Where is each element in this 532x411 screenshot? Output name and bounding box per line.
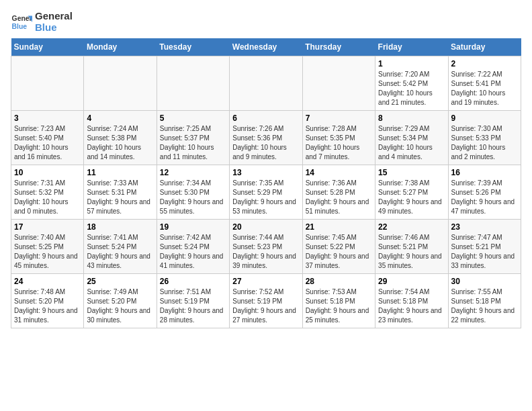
calendar-day [230,56,302,111]
day-info: Sunrise: 7:31 AM Sunset: 5:32 PM Dayligh… [14,179,81,216]
logo-icon: General Blue [11,11,32,33]
calendar-week-row: 1Sunrise: 7:20 AM Sunset: 5:42 PM Daylig… [11,56,521,111]
day-info: Sunrise: 7:42 AM Sunset: 5:24 PM Dayligh… [160,233,226,271]
calendar-day: 9Sunrise: 7:30 AM Sunset: 5:33 PM Daylig… [448,111,521,165]
day-number: 3 [14,113,81,123]
calendar-day: 29Sunrise: 7:54 AM Sunset: 5:18 PM Dayli… [375,274,448,328]
day-number: 25 [87,277,153,286]
logo: General Blue General Blue [11,11,73,33]
day-number: 8 [378,113,445,123]
calendar-day: 25Sunrise: 7:49 AM Sunset: 5:20 PM Dayli… [84,274,157,328]
calendar-header-row: SundayMondayTuesdayWednesdayThursdayFrid… [11,38,521,56]
day-info: Sunrise: 7:20 AM Sunset: 5:42 PM Dayligh… [378,70,445,107]
day-info: Sunrise: 7:45 AM Sunset: 5:22 PM Dayligh… [306,233,372,271]
calendar-day: 22Sunrise: 7:46 AM Sunset: 5:21 PM Dayli… [375,220,448,274]
calendar-week-row: 24Sunrise: 7:48 AM Sunset: 5:20 PM Dayli… [11,274,521,328]
day-info: Sunrise: 7:28 AM Sunset: 5:35 PM Dayligh… [306,124,372,162]
day-info: Sunrise: 7:34 AM Sunset: 5:30 PM Dayligh… [160,179,226,216]
calendar-day: 14Sunrise: 7:36 AM Sunset: 5:28 PM Dayli… [302,165,375,220]
calendar-table: SundayMondayTuesdayWednesdayThursdayFrid… [11,38,521,328]
calendar-day: 20Sunrise: 7:44 AM Sunset: 5:23 PM Dayli… [230,220,302,274]
calendar-day: 19Sunrise: 7:42 AM Sunset: 5:24 PM Dayli… [157,220,229,274]
day-info: Sunrise: 7:26 AM Sunset: 5:36 PM Dayligh… [232,124,299,162]
calendar-week-row: 10Sunrise: 7:31 AM Sunset: 5:32 PM Dayli… [11,165,521,220]
day-info: Sunrise: 7:52 AM Sunset: 5:19 PM Dayligh… [232,287,299,325]
day-number: 12 [160,168,226,177]
calendar-day: 16Sunrise: 7:39 AM Sunset: 5:26 PM Dayli… [448,165,521,220]
day-info: Sunrise: 7:33 AM Sunset: 5:31 PM Dayligh… [87,179,153,216]
day-header-tuesday: Tuesday [157,38,229,56]
day-number: 26 [160,277,226,286]
day-info: Sunrise: 7:22 AM Sunset: 5:41 PM Dayligh… [451,70,518,107]
day-number: 7 [306,113,372,123]
logo-blue: Blue [35,22,73,34]
day-info: Sunrise: 7:38 AM Sunset: 5:27 PM Dayligh… [378,179,445,216]
calendar-day [157,56,229,111]
day-info: Sunrise: 7:29 AM Sunset: 5:34 PM Dayligh… [378,124,445,162]
day-number: 22 [378,222,445,232]
day-info: Sunrise: 7:51 AM Sunset: 5:19 PM Dayligh… [160,287,226,325]
day-header-wednesday: Wednesday [230,38,302,56]
day-number: 9 [451,113,518,123]
calendar-day: 17Sunrise: 7:40 AM Sunset: 5:25 PM Dayli… [11,220,84,274]
day-number: 17 [14,222,81,232]
day-number: 20 [232,222,299,232]
day-number: 10 [14,168,81,177]
day-info: Sunrise: 7:24 AM Sunset: 5:38 PM Dayligh… [87,124,153,162]
day-info: Sunrise: 7:30 AM Sunset: 5:33 PM Dayligh… [451,124,518,162]
calendar-day: 11Sunrise: 7:33 AM Sunset: 5:31 PM Dayli… [84,165,157,220]
page-header: General Blue General Blue [11,11,521,33]
day-number: 6 [232,113,299,123]
calendar-day: 1Sunrise: 7:20 AM Sunset: 5:42 PM Daylig… [375,56,448,111]
day-number: 14 [306,168,372,177]
day-number: 18 [87,222,153,232]
day-header-monday: Monday [84,38,157,56]
day-info: Sunrise: 7:47 AM Sunset: 5:21 PM Dayligh… [451,233,518,271]
day-info: Sunrise: 7:53 AM Sunset: 5:18 PM Dayligh… [306,287,372,325]
day-info: Sunrise: 7:46 AM Sunset: 5:21 PM Dayligh… [378,233,445,271]
calendar-day: 8Sunrise: 7:29 AM Sunset: 5:34 PM Daylig… [375,111,448,165]
calendar-day: 27Sunrise: 7:52 AM Sunset: 5:19 PM Dayli… [230,274,302,328]
day-number: 11 [87,168,153,177]
day-info: Sunrise: 7:25 AM Sunset: 5:37 PM Dayligh… [160,124,226,162]
calendar-day: 7Sunrise: 7:28 AM Sunset: 5:35 PM Daylig… [302,111,375,165]
logo-general: General [35,11,73,22]
calendar-day: 4Sunrise: 7:24 AM Sunset: 5:38 PM Daylig… [84,111,157,165]
day-number: 23 [451,222,518,232]
day-info: Sunrise: 7:55 AM Sunset: 5:18 PM Dayligh… [451,287,518,325]
day-number: 13 [232,168,299,177]
day-info: Sunrise: 7:23 AM Sunset: 5:40 PM Dayligh… [14,124,81,162]
day-number: 2 [451,59,518,68]
calendar-day: 10Sunrise: 7:31 AM Sunset: 5:32 PM Dayli… [11,165,84,220]
day-number: 15 [378,168,445,177]
day-info: Sunrise: 7:49 AM Sunset: 5:20 PM Dayligh… [87,287,153,325]
day-header-saturday: Saturday [448,38,521,56]
calendar-day: 15Sunrise: 7:38 AM Sunset: 5:27 PM Dayli… [375,165,448,220]
day-header-thursday: Thursday [302,38,375,56]
calendar-day: 18Sunrise: 7:41 AM Sunset: 5:24 PM Dayli… [84,220,157,274]
calendar-day [302,56,375,111]
day-number: 21 [306,222,372,232]
day-number: 5 [160,113,226,123]
day-number: 16 [451,168,518,177]
day-info: Sunrise: 7:35 AM Sunset: 5:29 PM Dayligh… [232,179,299,216]
calendar-day: 23Sunrise: 7:47 AM Sunset: 5:21 PM Dayli… [448,220,521,274]
day-info: Sunrise: 7:41 AM Sunset: 5:24 PM Dayligh… [87,233,153,271]
calendar-day: 3Sunrise: 7:23 AM Sunset: 5:40 PM Daylig… [11,111,84,165]
day-number: 27 [232,277,299,286]
day-info: Sunrise: 7:39 AM Sunset: 5:26 PM Dayligh… [451,179,518,216]
calendar-day: 12Sunrise: 7:34 AM Sunset: 5:30 PM Dayli… [157,165,229,220]
calendar-day: 2Sunrise: 7:22 AM Sunset: 5:41 PM Daylig… [448,56,521,111]
day-info: Sunrise: 7:44 AM Sunset: 5:23 PM Dayligh… [232,233,299,271]
day-number: 4 [87,113,153,123]
svg-text:Blue: Blue [12,22,28,30]
day-info: Sunrise: 7:48 AM Sunset: 5:20 PM Dayligh… [14,287,81,325]
day-number: 28 [306,277,372,286]
day-header-sunday: Sunday [11,38,84,56]
calendar-day: 30Sunrise: 7:55 AM Sunset: 5:18 PM Dayli… [448,274,521,328]
calendar-day [11,56,84,111]
day-info: Sunrise: 7:36 AM Sunset: 5:28 PM Dayligh… [306,179,372,216]
day-header-friday: Friday [375,38,448,56]
day-number: 19 [160,222,226,232]
calendar-day: 21Sunrise: 7:45 AM Sunset: 5:22 PM Dayli… [302,220,375,274]
